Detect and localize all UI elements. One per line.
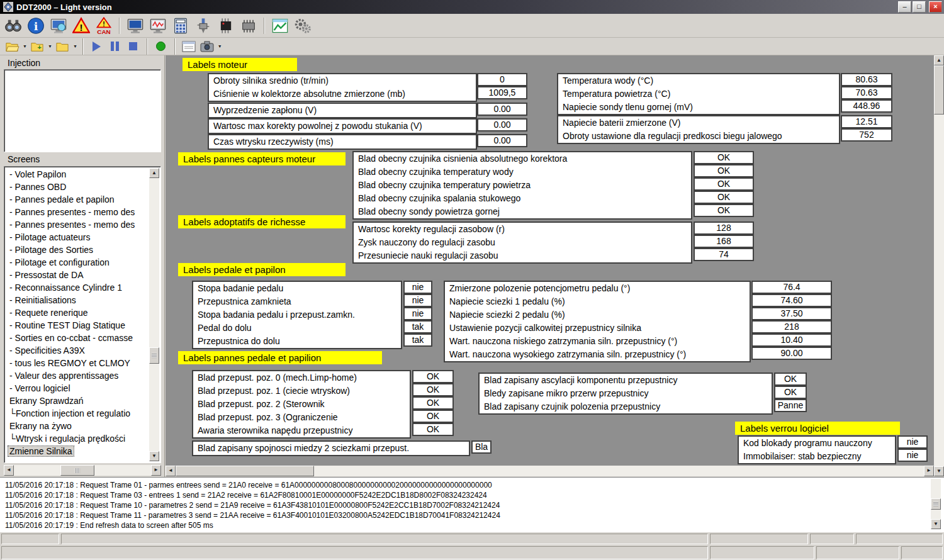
screens-list-item[interactable]: - Requete renerique (6, 306, 149, 319)
scroll-right-icon[interactable]: ► (924, 466, 934, 476)
param-value: 74.60 (751, 294, 832, 307)
main-toolbar: i ! !CAN (0, 14, 944, 38)
screens-list-item[interactable]: - Reinitialisations (6, 294, 149, 306)
param-label: Blad obecny czujnika cisnienia absolutne… (354, 152, 691, 165)
dropdown-icon[interactable]: ▼ (23, 44, 27, 48)
calculator-icon[interactable] (170, 16, 191, 36)
screens-list-item-label: - Pannes presentes - memo des (8, 207, 136, 217)
scrollbar-track[interactable] (149, 178, 159, 451)
close-button[interactable]: × (929, 1, 942, 13)
scroll-right-icon[interactable]: ► (151, 465, 161, 476)
pannes-pedale-left-values: OKOKOKOKOK (412, 370, 454, 436)
toolbar-separator (82, 38, 84, 55)
screens-list-item[interactable]: - Specificities A39X (6, 344, 149, 357)
scroll-down-icon[interactable]: ▼ (931, 519, 941, 529)
main-vscrollbar[interactable]: ▲ ▼ (934, 55, 944, 476)
scroll-down-icon[interactable]: ▼ (149, 451, 159, 461)
status-cell (710, 534, 808, 544)
screens-list-item[interactable]: Ekrany Sprawdzań (6, 395, 149, 407)
scrollbar-thumb[interactable] (931, 498, 941, 510)
form-window-icon[interactable] (181, 39, 197, 54)
scrollbar-track[interactable] (176, 466, 924, 476)
gears-icon[interactable] (292, 16, 313, 36)
scroll-left-icon[interactable]: ◄ (166, 466, 176, 476)
can-warning-icon[interactable]: !CAN (93, 16, 115, 36)
param-value: 76.4 (751, 281, 832, 294)
svg-text:!: ! (79, 22, 82, 33)
ic-chip-icon[interactable] (238, 16, 259, 36)
pause-icon[interactable] (107, 39, 123, 54)
dropdown-icon[interactable]: ▼ (218, 44, 222, 48)
screens-list-item[interactable]: - Valeur des apprentissages (6, 369, 149, 382)
play-icon[interactable] (89, 39, 105, 54)
scrollbar-track[interactable] (14, 465, 151, 476)
param-label: Obroty silnika srednio (tr/min) (209, 74, 476, 87)
new-folder-icon[interactable]: + (29, 39, 45, 54)
scrollbar-track[interactable] (931, 479, 941, 519)
open-folder-icon[interactable] (4, 39, 20, 54)
screens-list-item[interactable]: Zmienne Silnika (6, 445, 149, 457)
screens-list-item-label: Zmienne Silnika (8, 446, 74, 456)
sidebar-hscrollbar[interactable]: ◄ ► (4, 465, 161, 476)
param-value: 752 (841, 128, 892, 142)
main-hscrollbar[interactable]: ◄ ► (166, 466, 934, 476)
binoculars-icon[interactable] (3, 16, 24, 36)
screens-list-item[interactable]: - Pannes presentes - memo des (6, 206, 149, 218)
scroll-up-icon[interactable]: ▲ (149, 168, 159, 178)
warning-triangle-icon[interactable]: ! (70, 16, 92, 36)
screens-list-item[interactable]: - Volet Papilon (6, 168, 149, 181)
pannes-pedale-right-labels: Blad zapisany ascylacji komponentu przep… (478, 372, 773, 415)
screens-scrollbar[interactable]: ▲ ▼ (149, 168, 159, 461)
screens-list-item[interactable]: - Pilotage et configuration (6, 256, 149, 269)
screens-list-item[interactable]: - Pressostat de DA (6, 269, 149, 281)
screens-list-item[interactable]: - Reconnaissance Cylindre 1 (6, 281, 149, 294)
log-scrollbar[interactable]: ▼ (931, 479, 941, 529)
eeprom-chip-icon[interactable] (215, 16, 237, 36)
screens-list-item[interactable]: - Pilotage actuateurs (6, 231, 149, 244)
screens-list-item[interactable]: Ekrany na żywo (6, 420, 149, 432)
dropdown-icon[interactable]: ▼ (48, 44, 52, 48)
status-value: OK (412, 383, 454, 396)
screens-list-item[interactable]: └Wtrysk i regulacja prędkości (6, 432, 149, 445)
screens-list-item-label: - Reconnaissance Cylindre 1 (8, 283, 123, 293)
scrollbar-track[interactable] (934, 65, 944, 466)
screens-list-item[interactable]: - Verrou logiciel (6, 382, 149, 395)
scroll-down-icon[interactable]: ▼ (934, 466, 944, 476)
dropdown-icon[interactable]: ▼ (73, 44, 77, 48)
folder-icon[interactable] (54, 39, 70, 54)
maximize-button[interactable]: □ (913, 1, 926, 13)
record-icon[interactable] (153, 39, 169, 54)
scrollbar-thumb[interactable] (149, 347, 159, 364)
minimize-button[interactable]: – (898, 1, 911, 13)
boolean-value: nie (403, 307, 432, 320)
status-value: OK (694, 151, 754, 164)
section-title-richesse: Labels adoptatifs de richesse (178, 215, 346, 228)
graph-window-icon[interactable] (269, 16, 291, 36)
scrollbar-thumb[interactable] (934, 65, 944, 115)
snapshot-icon[interactable] (199, 39, 215, 54)
screens-list-item[interactable]: - Pannes presentes - memo des (6, 218, 149, 231)
screens-list-item[interactable]: └Fonction injection et regulatio (6, 407, 149, 420)
param-label: Obroty ustawione dla regulacji predkosci… (558, 130, 839, 143)
screens-list-item[interactable]: - Pannes OBD (6, 181, 149, 193)
param-label: Blad zapisany spojnosci miedzy 2 sciezka… (193, 442, 469, 455)
screens-list-item[interactable]: - Routine TEST Diag Statique (6, 319, 149, 332)
scrollbar-thumb[interactable] (60, 465, 94, 476)
scroll-left-icon[interactable]: ◄ (4, 465, 14, 476)
screens-list-item[interactable]: - tous les REGMOY et CLMOY (6, 357, 149, 369)
boolean-value: tak (403, 333, 432, 347)
screens-list-item[interactable]: - Pannes pedale et papilon (6, 193, 149, 206)
screens-list-item[interactable]: - Sorties en co-ccbat - ccmasse (6, 332, 149, 344)
param-label: Bledy zapisane mikro przerw przepustnicy (480, 387, 772, 400)
remote-screen-icon[interactable] (48, 16, 69, 36)
scrollbar-thumb[interactable] (176, 466, 314, 476)
title-bar: DDT2000 – Light version – □ × (0, 0, 944, 14)
injector-icon[interactable] (193, 16, 214, 36)
oscilloscope-icon[interactable] (147, 16, 169, 36)
stop-icon[interactable] (125, 39, 142, 54)
scroll-up-icon[interactable]: ▲ (934, 55, 944, 65)
screens-list-item[interactable]: - Pilotage des Sorties (6, 244, 149, 256)
monitor-icon[interactable] (125, 16, 146, 36)
moteur-temps-labels: Temperatura wody (°C)Temperatura powietr… (557, 73, 840, 115)
info-icon[interactable]: i (25, 16, 47, 36)
